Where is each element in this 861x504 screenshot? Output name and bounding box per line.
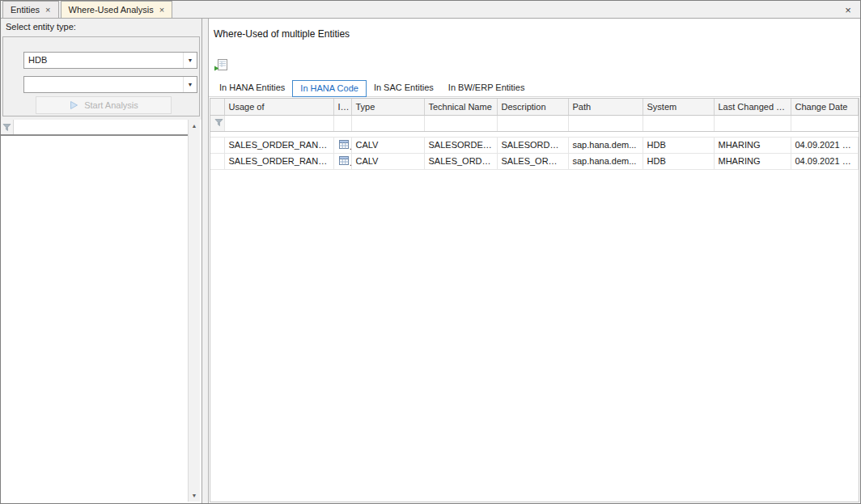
tab-in-hana-code[interactable]: In HANA Code	[292, 80, 367, 97]
cell-type: CALV	[351, 153, 424, 169]
cell-change-date: 04.09.2021 09...	[791, 153, 859, 169]
chevron-down-icon[interactable]: ▼	[183, 77, 197, 92]
export-excel-button[interactable]	[212, 59, 228, 74]
close-icon[interactable]: ×	[842, 4, 854, 16]
filter-description[interactable]	[497, 115, 568, 131]
filter-icon-col[interactable]	[333, 115, 351, 131]
cell-type: CALV	[351, 137, 424, 153]
filter-icon[interactable]	[1, 120, 14, 134]
col-icon[interactable]: I...	[333, 99, 351, 115]
cell-change-date: 04.09.2021 09...	[791, 137, 859, 153]
scroll-up-icon[interactable]: ▲	[189, 120, 200, 132]
page-title: Where-Used of multiple Entities	[214, 28, 350, 40]
tab-entities[interactable]: Entities ×	[2, 1, 59, 18]
cell-path: sap.hana.dem...	[568, 153, 643, 169]
tab-where-used-label: Where-Used Analysis	[69, 5, 154, 15]
cell-technical-name: SALESORDER_...	[424, 137, 497, 153]
cell-usage-of: SALES_ORDER_RANKING	[224, 137, 333, 153]
cell-description: SALESORDER_...	[497, 137, 568, 153]
tab-in-hana-entities[interactable]: In HANA Entities	[212, 80, 292, 97]
filter-last-changed-by[interactable]	[714, 115, 791, 131]
entity-tree-header	[1, 120, 188, 136]
cell-technical-name: SALES_ORDER...	[424, 153, 497, 169]
entity-type-combo[interactable]: HDB ▼	[23, 52, 197, 69]
panel-splitter[interactable]	[202, 19, 209, 503]
calc-view-icon	[333, 137, 351, 153]
where-used-grid: Usage of I... Type Technical Name Descri…	[210, 99, 859, 170]
tab-entities-close-icon[interactable]: ×	[45, 6, 50, 15]
where-used-panel: Where-Used of multiple Entities In HANA …	[209, 19, 860, 503]
cell-last-changed-by: MHARING	[714, 137, 791, 153]
result-tabbar: In HANA Entities In HANA Code In SAC Ent…	[209, 80, 860, 97]
col-last-changed-by[interactable]: Last Changed By	[714, 99, 791, 115]
col-type[interactable]: Type	[351, 99, 424, 115]
filter-icon	[210, 115, 224, 131]
cell-system: HDB	[643, 137, 714, 153]
app-window: Entities × Where-Used Analysis × × Selec…	[0, 0, 861, 504]
grid-header-row: Usage of I... Type Technical Name Descri…	[210, 99, 859, 115]
col-system[interactable]: System	[643, 99, 714, 115]
filter-change-date[interactable]	[791, 115, 859, 131]
grid-filter-row	[210, 115, 859, 131]
col-description[interactable]: Description	[497, 99, 568, 115]
filter-technical-name[interactable]	[424, 115, 497, 131]
row-indicator	[210, 153, 224, 169]
table-row[interactable]: SALES_ORDER_RANKING CALV SALES_ORDER... …	[210, 153, 859, 169]
filter-type[interactable]	[351, 115, 424, 131]
entity-combo-value	[24, 77, 183, 92]
grid-spacer	[210, 131, 859, 137]
filter-path[interactable]	[568, 115, 643, 131]
chevron-down-icon[interactable]: ▼	[183, 53, 197, 68]
start-analysis-label: Start Analysis	[84, 100, 138, 110]
tab-in-sac-entities[interactable]: In SAC Entities	[367, 80, 441, 97]
entity-tree-area: ▲ ▼	[1, 120, 201, 503]
tab-entities-label: Entities	[11, 5, 40, 15]
col-technical-name[interactable]: Technical Name	[424, 99, 497, 115]
vertical-scrollbar[interactable]: ▲ ▼	[188, 120, 200, 502]
grid-corner-cell	[210, 99, 224, 115]
cell-usage-of: SALES_ORDER_RANKING	[224, 153, 333, 169]
entity-tree-header-cell[interactable]	[14, 120, 188, 134]
filter-usage-of[interactable]	[224, 115, 333, 131]
filter-system[interactable]	[643, 115, 714, 131]
scroll-down-icon[interactable]: ▼	[189, 489, 200, 502]
cell-last-changed-by: MHARING	[714, 153, 791, 169]
table-row[interactable]: SALES_ORDER_RANKING CALV SALESORDER_... …	[210, 137, 859, 153]
entity-type-groupbox: HDB ▼ ▼ Start Analysis	[2, 36, 200, 116]
row-indicator	[210, 137, 224, 153]
cell-system: HDB	[643, 153, 714, 169]
where-used-grid-container: Usage of I... Type Technical Name Descri…	[210, 98, 859, 502]
entity-type-combo-value: HDB	[24, 53, 183, 68]
col-path[interactable]: Path	[568, 99, 643, 115]
cell-description: SALES_ORDER...	[497, 153, 568, 169]
entity-combo[interactable]: ▼	[23, 76, 197, 93]
tab-where-used-close-icon[interactable]: ×	[159, 6, 164, 15]
cell-path: sap.hana.dem...	[568, 137, 643, 153]
tab-where-used-analysis[interactable]: Where-Used Analysis ×	[61, 1, 173, 18]
tab-in-bw-erp-entities[interactable]: In BW/ERP Entities	[441, 80, 532, 97]
calc-view-icon	[333, 153, 351, 169]
entity-selection-panel: Select entity type: HDB ▼ ▼ Start Analys…	[1, 19, 202, 503]
panel-title: Select entity type:	[6, 22, 76, 32]
document-tabbar: Entities × Where-Used Analysis ×	[1, 1, 860, 19]
col-usage-of[interactable]: Usage of	[224, 99, 333, 115]
play-icon	[69, 100, 78, 110]
export-excel-icon	[213, 59, 227, 74]
start-analysis-button[interactable]: Start Analysis	[36, 96, 172, 114]
col-change-date[interactable]: Change Date	[791, 99, 859, 115]
